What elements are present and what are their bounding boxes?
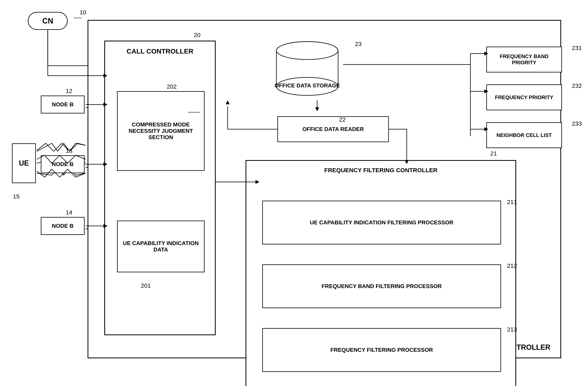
ref-231: 231 (572, 44, 582, 51)
ref-21: 21 (490, 150, 497, 157)
freq-filter-label: FREQUENCY FILTERING CONTROLLER (324, 167, 438, 173)
office-data-reader: OFFICE DATA READER (277, 116, 389, 142)
call-controller-label: CALL CONTROLLER (126, 47, 193, 55)
ref-202: 202 (167, 83, 177, 90)
cn-label: CN (42, 17, 53, 25)
ref-14: 14 (66, 209, 72, 216)
ref-20: 20 (194, 32, 200, 38)
node-b-12: NODE B (41, 96, 84, 113)
office-data-storage-label: OFFICE DATA STORAGE (267, 83, 347, 89)
ref-232: 232 (572, 83, 582, 89)
office-data-storage-icon (275, 41, 339, 100)
freq-filtering-processor: FREQUENCY FILTERING PROCESSOR (262, 328, 501, 372)
ref-13: 13 (66, 147, 72, 154)
ue-capability-data: UE CAPABILITY INDICATION DATA (117, 221, 205, 272)
ref-212: 212 (507, 262, 517, 269)
call-controller: CALL CONTROLLER COMPRESSED MODE NECESSIT… (104, 41, 216, 335)
ref-22: 22 (339, 116, 346, 123)
freq-band-filtering-processor: FREQUENCY BAND FILTERING PROCESSOR (262, 264, 501, 308)
svg-point-25 (276, 42, 338, 60)
node-b-14: NODE B (41, 217, 84, 235)
rnc-container: RADIO NETWORK CONTROLLER 11 20 CALL CONT… (87, 20, 561, 358)
svg-marker-32 (226, 100, 230, 104)
ref-23: 23 (355, 41, 361, 47)
freq-band-priority: FREQUENCY BAND PRIORITY (486, 47, 562, 72)
neighbor-cell-list: NEIGHBOR CELL LIST (486, 122, 562, 148)
ref-15: 15 (13, 193, 20, 200)
ref-213: 213 (507, 326, 517, 333)
ref-12: 12 (66, 87, 72, 94)
ue-device: UE (12, 143, 36, 183)
node-b-13: NODE B (41, 155, 84, 173)
freq-priority: FREQUENCY PRIORITY (486, 85, 562, 110)
svg-marker-29 (315, 107, 319, 111)
freq-filter-controller: FREQUENCY FILTERING CONTROLLER UE CAPABI… (246, 160, 516, 386)
ref-201: 201 (141, 282, 151, 289)
ref-10: 10 (80, 9, 86, 16)
cn-node: CN (28, 12, 68, 30)
compressed-mode-section: COMPRESSED MODE NECESSITY JUDGMENT SECTI… (117, 91, 205, 171)
ref-233: 233 (572, 120, 582, 127)
ue-cap-filtering-processor: UE CAPABILITY INDICATION FILTERING PROCE… (262, 201, 501, 244)
ref-211: 211 (507, 199, 517, 205)
